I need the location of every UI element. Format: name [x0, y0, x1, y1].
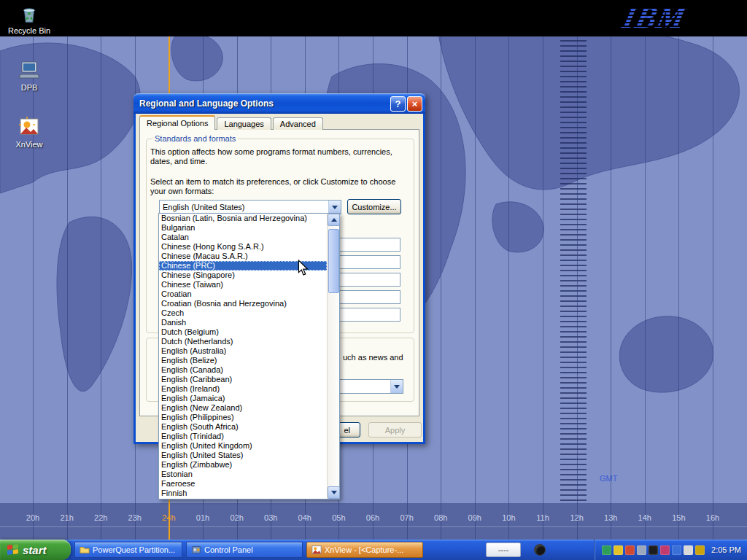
language-option[interactable]: Faeroese	[159, 479, 327, 489]
hour-label: 09h	[468, 513, 481, 522]
combobox-dropdown-button[interactable]	[328, 201, 341, 214]
hour-label: 07h	[400, 513, 413, 522]
hour-label: 01h	[196, 513, 209, 522]
apply-button[interactable]: Apply	[368, 422, 422, 438]
taskbar-task-powerquest[interactable]: PowerQuest Partition...	[74, 542, 182, 558]
language-option[interactable]: Dutch (Belgium)	[159, 327, 327, 337]
language-option[interactable]: Croatian (Bosnia and Herzegovina)	[159, 299, 327, 308]
scrollbar-thumb[interactable]	[328, 229, 339, 293]
timezone-line	[577, 36, 578, 540]
language-option[interactable]: Dutch (Netherlands)	[159, 337, 327, 346]
mouse-cursor	[296, 260, 311, 277]
help-button[interactable]: ?	[390, 96, 406, 112]
tab-regional-options[interactable]: Regional Options	[139, 115, 215, 130]
close-button[interactable]: ×	[407, 96, 422, 112]
tray-icons	[602, 545, 707, 555]
language-option[interactable]: English (United States)	[159, 451, 327, 460]
tab-advanced[interactable]: Advanced	[273, 117, 323, 130]
format-combobox[interactable]: English (United States)	[159, 200, 341, 214]
language-option[interactable]: English (New Zealand)	[159, 403, 327, 413]
hour-label: 02h	[230, 513, 243, 522]
tray-icon[interactable]	[660, 545, 670, 555]
hour-label: 04h	[298, 513, 311, 522]
language-option[interactable]: English (Canada)	[159, 365, 327, 375]
desktop-icon-dpb[interactable]: DPB	[6, 58, 53, 92]
hour-label: 06h	[366, 513, 379, 522]
hour-label: 22h	[94, 513, 107, 522]
hour-label: 05h	[332, 513, 345, 522]
language-option[interactable]: Chinese (Taiwan)	[159, 280, 327, 289]
tray-icon[interactable]	[695, 545, 705, 555]
tray-icon[interactable]	[672, 545, 681, 555]
taskbar-dark-icon[interactable]	[534, 544, 546, 556]
ibm-logo-stripes	[601, 1, 703, 35]
language-dropdown-list[interactable]: Bosnian (Latin, Bosnia and Herzegovina)B…	[158, 213, 340, 499]
taskbar-clock[interactable]: 2:05 PM	[707, 545, 741, 554]
hour-label: 10h	[502, 513, 515, 522]
desktop-icon-xnview[interactable]: XnView	[6, 115, 53, 149]
language-option[interactable]: Estonian	[159, 470, 327, 479]
desktop: GMT IBM 20h21h22h23h24h01h02h03h04h05h06…	[0, 0, 747, 560]
task-label: Control Panel	[204, 545, 253, 554]
language-option[interactable]: Croatian	[159, 289, 327, 299]
hour-label: 15h	[672, 513, 685, 522]
gmt-label: GMT	[600, 474, 617, 483]
format-combobox-value: English (United States)	[160, 203, 328, 211]
language-option[interactable]: Catalan	[159, 233, 327, 242]
group-title: Standards and formats	[152, 134, 238, 143]
taskbar-separator-chip[interactable]: ----	[486, 542, 521, 557]
language-option[interactable]: English (South Africa)	[159, 422, 327, 432]
task-label: PowerQuest Partition...	[93, 545, 175, 554]
language-option[interactable]: Bosnian (Latin, Bosnia and Herzegovina)	[159, 214, 327, 223]
language-option[interactable]: English (Caribbean)	[159, 375, 327, 384]
list-scrollbar[interactable]	[327, 214, 339, 499]
language-option[interactable]: Chinese (Hong Kong S.A.R.)	[159, 242, 327, 252]
desktop-icon-recycle-bin[interactable]: Recycle Bin	[6, 3, 53, 35]
scroll-up-button[interactable]	[328, 214, 340, 226]
tray-icon[interactable]	[649, 545, 658, 555]
tab-languages[interactable]: Languages	[217, 117, 271, 130]
timezone-line	[508, 36, 509, 540]
tab-strip: Regional Options Languages Advanced	[139, 115, 325, 130]
language-option[interactable]: English (Australia)	[159, 346, 327, 356]
timezone-line	[678, 36, 679, 540]
standards-instruction: Select an item to match its preferences,…	[150, 177, 407, 196]
xnview-icon	[18, 115, 41, 139]
language-option[interactable]: English (Jamaica)	[159, 394, 327, 403]
start-button[interactable]: start	[0, 540, 71, 560]
language-option[interactable]: English (Philippines)	[159, 413, 327, 422]
tray-icon[interactable]	[684, 545, 693, 555]
hour-label: 16h	[706, 513, 719, 522]
tray-icon[interactable]	[602, 545, 611, 555]
control-panel-icon	[191, 545, 201, 555]
language-option[interactable]: Danish	[159, 318, 327, 327]
hour-label: 14h	[638, 513, 651, 522]
date-line-hatch	[560, 40, 587, 501]
chevron-up-icon	[331, 218, 337, 222]
language-option[interactable]: English (Ireland)	[159, 384, 327, 394]
folder-icon	[80, 545, 90, 555]
tray-icon[interactable]	[625, 545, 635, 555]
standards-description: This option affects how some programs fo…	[150, 147, 407, 166]
language-list: Bosnian (Latin, Bosnia and Herzegovina)B…	[159, 214, 327, 499]
language-option[interactable]: Bulgarian	[159, 223, 327, 233]
tray-icon[interactable]	[637, 545, 646, 555]
timezone-line	[101, 36, 101, 540]
language-option[interactable]: Finnish	[159, 489, 327, 498]
combobox-dropdown-button[interactable]	[390, 380, 403, 393]
language-option[interactable]: English (Belize)	[159, 356, 327, 365]
language-option[interactable]: English (Zimbabwe)	[159, 460, 327, 470]
customize-button[interactable]: Customize...	[347, 199, 401, 214]
dialog-titlebar[interactable]: Regional and Language Options ? ×	[133, 93, 425, 114]
start-label: start	[23, 544, 47, 556]
taskbar-task-xnview[interactable]: XnView - [<Capture-...	[306, 542, 423, 558]
language-option[interactable]: English (United Kingdom)	[159, 441, 327, 451]
recycle-bin-icon	[18, 3, 40, 25]
taskbar-task-control-panel[interactable]: Control Panel	[186, 542, 303, 558]
tray-icon[interactable]	[614, 545, 623, 555]
timezone-band-line	[0, 526, 747, 527]
language-option[interactable]: English (Trinidad)	[159, 432, 327, 441]
language-option[interactable]: Czech	[159, 308, 327, 318]
scroll-down-button[interactable]	[328, 486, 340, 499]
chevron-down-icon	[394, 385, 400, 389]
